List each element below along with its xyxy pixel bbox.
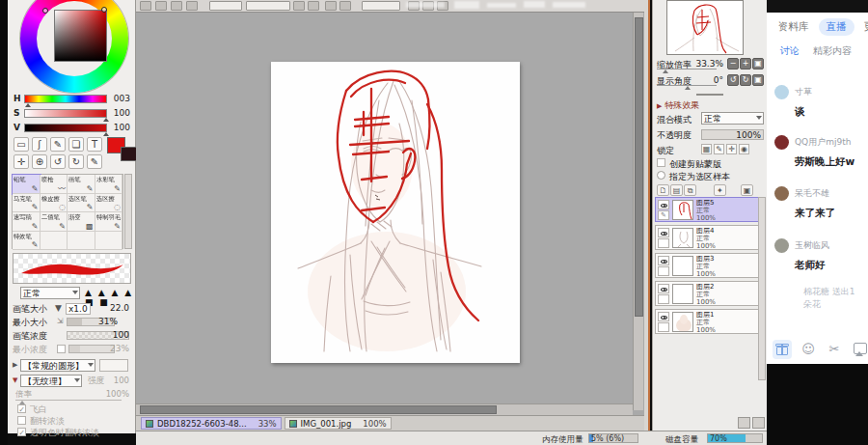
- user-avatar[interactable]: [774, 85, 789, 99]
- val-slider[interactable]: [24, 124, 107, 132]
- val-slider-tick[interactable]: [103, 132, 109, 136]
- lock-pixels-icon[interactable]: ✎: [714, 144, 724, 154]
- horizontal-scroll-thumb[interactable]: [140, 405, 497, 414]
- lasso-icon-button[interactable]: ʃ: [32, 137, 47, 152]
- document-tab-2[interactable]: IMG_001.jpg100%: [285, 417, 392, 430]
- duplicate-layer-icon[interactable]: ⧉: [684, 184, 696, 196]
- layer-row-图层3[interactable]: 图层3正常100%: [655, 253, 759, 278]
- toolbar-button[interactable]: [155, 1, 167, 11]
- rotate-cw-button[interactable]: ↻: [740, 74, 751, 86]
- shape-select-icon-button[interactable]: ❏: [68, 137, 84, 152]
- panel-resize-handle[interactable]: [696, 94, 723, 96]
- lock-position-icon[interactable]: ✛: [726, 144, 737, 154]
- toolbar-button[interactable]: [308, 1, 319, 11]
- layer-row-图层5[interactable]: ✎图层5正常100%: [655, 197, 759, 222]
- canvas-horizontal-scrollbar[interactable]: [136, 403, 633, 415]
- rect-select-icon-button[interactable]: ▭: [14, 137, 29, 152]
- tool-11[interactable]: 渐变▩: [68, 212, 95, 232]
- shape-preset-dropdown[interactable]: 【常规的圆形】: [20, 359, 95, 372]
- tool-grid-scrollbar[interactable]: [124, 174, 132, 249]
- hue-slider-tick[interactable]: [25, 103, 31, 107]
- secondary-color-swatch[interactable]: [121, 147, 137, 161]
- brush-option-checkbox[interactable]: [17, 416, 26, 425]
- mask-icon[interactable]: ✦: [714, 184, 726, 196]
- lock-transparency-icon[interactable]: ▦: [701, 144, 712, 154]
- zoom-reset-button[interactable]: ▣: [752, 58, 764, 70]
- tool-4[interactable]: 水彩笔✎: [95, 175, 123, 194]
- drawing-canvas[interactable]: [271, 62, 520, 363]
- layer-visibility-toggle[interactable]: [658, 284, 669, 293]
- min-size-toggle[interactable]: ⇲: [57, 317, 64, 325]
- layer-link-box[interactable]: [658, 294, 669, 304]
- user-avatar[interactable]: [774, 238, 789, 253]
- tool-13[interactable]: 特效笔✎: [13, 232, 41, 251]
- toolbar-field[interactable]: [209, 1, 242, 11]
- chat-subtab-2[interactable]: 精彩内容: [813, 44, 852, 64]
- brush-blend-dropdown[interactable]: 正常: [20, 287, 80, 299]
- panel-option-icon[interactable]: ▣: [741, 184, 753, 196]
- toolbar-button[interactable]: [171, 1, 182, 11]
- brush-option-1[interactable]: ✓飞白: [17, 403, 133, 415]
- layer-list-scrollbar[interactable]: [758, 197, 766, 380]
- sat-slider[interactable]: [24, 109, 107, 118]
- texture-preset-arrow[interactable]: ▼: [13, 376, 17, 384]
- tool-6[interactable]: 橡皮擦◌: [41, 194, 68, 213]
- vertical-scroll-thumb[interactable]: [635, 17, 643, 317]
- panel-bottom-button[interactable]: [752, 417, 765, 429]
- layer-visibility-toggle[interactable]: [658, 200, 669, 209]
- user-avatar[interactable]: [774, 135, 789, 150]
- tool-5[interactable]: 马克笔✎: [13, 194, 41, 213]
- shape-preset-arrow[interactable]: ▶: [13, 361, 17, 369]
- navigator-thumbnail[interactable]: [666, 0, 744, 55]
- document-tab-1[interactable]: DBD18252-6603-48...33%: [141, 417, 282, 430]
- tool-1[interactable]: 铅笔✎: [13, 175, 41, 194]
- min-density-checkbox[interactable]: [57, 345, 66, 353]
- brush-option-checkbox[interactable]: ✓: [17, 428, 26, 436]
- rotate-ccw-button[interactable]: ↺: [727, 74, 739, 86]
- toolbar-field[interactable]: [362, 1, 400, 11]
- chat-tab-2[interactable]: 直播: [819, 18, 854, 36]
- eyedropper-icon-button[interactable]: ✎: [87, 154, 102, 169]
- toolbar-button[interactable]: [140, 1, 151, 11]
- clipping-mask-checkbox[interactable]: [657, 158, 665, 167]
- new-layer-icon[interactable]: 🗋: [657, 184, 669, 196]
- brush-option-2[interactable]: 翻转浓淡: [17, 415, 133, 427]
- toolbar-button[interactable]: [186, 1, 198, 11]
- layer-row-图层1[interactable]: 图层1正常100%: [655, 309, 759, 334]
- gift-icon[interactable]: [773, 340, 792, 359]
- rotate-cw-icon-button[interactable]: ↻: [68, 154, 84, 169]
- zoom-out-button[interactable]: −: [727, 58, 739, 70]
- tool-2[interactable]: 喷枪〰: [41, 175, 68, 194]
- layer-visibility-toggle[interactable]: [658, 312, 669, 321]
- toolbar-field[interactable]: [246, 1, 290, 11]
- layer-link-box[interactable]: [658, 266, 669, 276]
- brush-option-checkbox[interactable]: ✓: [17, 404, 26, 413]
- toolbar-button[interactable]: [339, 1, 351, 11]
- sv-marker[interactable]: [101, 7, 107, 13]
- zoom-icon-button[interactable]: ⊕: [32, 154, 47, 169]
- layer-row-图层4[interactable]: 图层4正常100%: [655, 225, 759, 250]
- image-icon[interactable]: [851, 340, 868, 359]
- new-folder-icon[interactable]: ▤: [670, 184, 683, 196]
- move-icon-button[interactable]: ✛: [14, 154, 29, 169]
- rotate-ccw-icon-button[interactable]: ↺: [50, 154, 66, 169]
- tool-8[interactable]: 选区擦◌: [95, 194, 123, 213]
- sat-slider-tick[interactable]: [103, 118, 109, 122]
- panel-divider[interactable]: [644, 0, 650, 431]
- hue-slider[interactable]: [24, 95, 107, 103]
- tool-10[interactable]: 二值笔✎: [41, 212, 68, 232]
- layer-link-box[interactable]: [658, 238, 669, 248]
- texture-ratio-slider[interactable]: [15, 400, 122, 401]
- selection-sample-row[interactable]: 指定为选区样本: [657, 171, 764, 181]
- text-tool-icon-button[interactable]: T: [87, 137, 102, 152]
- chat-tab-3[interactable]: 更多: [864, 20, 868, 34]
- selection-sample-radio[interactable]: [657, 171, 665, 180]
- brush-size-dropdown-arrow[interactable]: ▼: [55, 303, 62, 313]
- chat-subtab-1[interactable]: 讨论: [780, 44, 800, 64]
- tool-7[interactable]: 选区笔✎: [68, 194, 95, 213]
- rotate-reset-button[interactable]: ▣: [752, 74, 764, 86]
- sv-square[interactable]: [54, 10, 107, 62]
- scissors-icon[interactable]: ✂: [825, 340, 844, 359]
- hue-marker[interactable]: [42, 8, 48, 14]
- layer-visibility-toggle[interactable]: [658, 228, 669, 237]
